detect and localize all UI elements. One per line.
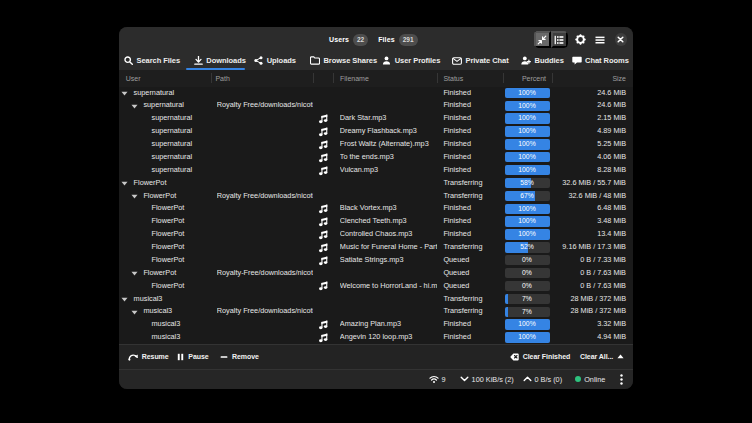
table-row[interactable]: supernaturalDreamy Flashback.mp3Finished… xyxy=(119,125,633,138)
column-header-size[interactable]: Size xyxy=(612,70,626,87)
progress-bar: 58% xyxy=(505,178,550,188)
column-separator[interactable] xyxy=(211,73,212,83)
clear-all-button[interactable]: Clear All... xyxy=(580,345,624,369)
column-header-filename[interactable]: Filename xyxy=(340,70,369,87)
progress-bar: 100% xyxy=(505,126,550,136)
column-separator[interactable] xyxy=(333,73,334,83)
cell-user: musical3 xyxy=(152,318,181,331)
table-row[interactable]: FlowerPotWelcome to HorrorLand - hi.mp3Q… xyxy=(119,280,633,293)
column-header-path[interactable]: Path xyxy=(215,70,229,87)
upload-rate: 0 B/s (0) xyxy=(535,375,563,384)
expander-icon[interactable] xyxy=(131,104,138,109)
tab-downloads[interactable]: Downloads xyxy=(194,52,246,70)
column-separator[interactable] xyxy=(437,73,438,83)
tab-user-profiles[interactable]: User Profiles xyxy=(382,52,440,70)
cell-status: Transferring xyxy=(443,190,482,203)
close-button[interactable] xyxy=(615,33,628,46)
cell-size: 13.4 MiB xyxy=(597,228,626,241)
headerbar: Users 22 Files 291 xyxy=(119,27,633,52)
cell-user: FlowerPot xyxy=(152,254,185,267)
cell-size: 4.89 MiB xyxy=(597,125,626,138)
folder-icon xyxy=(310,56,320,65)
tab-label: Chat Rooms xyxy=(585,56,629,65)
music-note-icon xyxy=(318,217,328,227)
tab-browse-shares[interactable]: Browse Shares xyxy=(310,52,377,70)
column-header-user[interactable]: User xyxy=(126,70,141,87)
dropdown-up-icon xyxy=(617,354,624,359)
download-rate-item[interactable]: 100 KiB/s (2) xyxy=(460,370,514,390)
connection-status-item[interactable]: Online xyxy=(575,370,605,390)
tab-chat-rooms[interactable]: Chat Rooms xyxy=(572,52,629,70)
cell-user: musical3 xyxy=(143,305,172,318)
remove-icon xyxy=(220,353,228,361)
column-header-status[interactable]: Status xyxy=(443,70,463,87)
expander-icon[interactable] xyxy=(121,297,128,302)
table-row[interactable]: FlowerPotClenched Teeth.mp3Finished100%3… xyxy=(119,215,633,228)
table-row[interactable]: FlowerPotControlled Chaos.mp3Finished100… xyxy=(119,228,633,241)
tab-search-files[interactable]: Search Files xyxy=(124,52,180,70)
upload-rate-item[interactable]: 0 B/s (0) xyxy=(523,370,563,390)
tab-buddies[interactable]: Buddies xyxy=(521,52,564,70)
cell-status: Finished xyxy=(443,138,471,151)
progress-label: 0% xyxy=(505,268,550,278)
cell-status: Finished xyxy=(443,112,471,125)
expander-icon[interactable] xyxy=(131,271,138,276)
person-plus-icon xyxy=(521,56,531,65)
expand-rows-toggle[interactable] xyxy=(551,31,568,48)
column-header-percent[interactable]: Percent xyxy=(522,70,546,87)
table-row[interactable]: supernaturalRoyalty Free/downloads/nicot… xyxy=(119,99,633,112)
cell-filename: Welcome to HorrorLand - hi.mp3 xyxy=(340,280,438,293)
tab-label: Private Chat xyxy=(466,56,509,65)
cell-status: Finished xyxy=(443,215,471,228)
table-row[interactable]: FlowerPotTransferring58%32.6 MiB / 55.7 … xyxy=(119,177,633,190)
table-row[interactable]: FlowerPotMusic for Funeral Home - Part 1… xyxy=(119,241,633,254)
remove-button[interactable]: Remove xyxy=(220,345,259,369)
column-separator[interactable] xyxy=(552,73,553,83)
music-note-icon xyxy=(318,281,328,291)
pause-button[interactable]: Pause xyxy=(177,345,208,369)
cell-filename: Satiate Strings.mp3 xyxy=(340,254,438,267)
expander-icon[interactable] xyxy=(131,194,138,199)
cell-status: Finished xyxy=(443,318,471,331)
table-row[interactable]: FlowerPotBlack Vortex.mp3Finished100%6.4… xyxy=(119,202,633,215)
table-row[interactable]: FlowerPotRoyalty-Free/downloads/nicotine… xyxy=(119,267,633,280)
clear-finished-button[interactable]: Clear Finished xyxy=(510,345,571,369)
downloads-table: supernaturalFinished100%24.6 MiBsupernat… xyxy=(119,87,633,345)
tab-label: Search Files xyxy=(137,56,181,65)
cell-path: Royalty Free/downloads/nicotine xyxy=(217,190,314,203)
table-row[interactable]: musical3Royalty Free/downloads/nicotineT… xyxy=(119,305,633,318)
expander-icon[interactable] xyxy=(121,181,128,186)
column-separator[interactable] xyxy=(503,73,504,83)
table-row[interactable]: supernaturalTo the ends.mp3Finished100%4… xyxy=(119,151,633,164)
table-row[interactable]: musical3Amazing Plan.mp3Finished100%3.32… xyxy=(119,318,633,331)
table-row[interactable]: FlowerPotSatiate Strings.mp3Queued0%0 B … xyxy=(119,254,633,267)
table-row[interactable]: musical3Angevin 120 loop.mp3Finished100%… xyxy=(119,331,633,344)
users-label: Users xyxy=(329,36,349,43)
expander-icon[interactable] xyxy=(121,91,128,96)
music-note-icon xyxy=(318,114,328,124)
table-row[interactable]: musical3Transferring7%28 MiB / 372 MiB xyxy=(119,293,633,306)
table-row[interactable]: supernaturalFinished100%24.6 MiB xyxy=(119,87,633,100)
cell-size: 28 MiB / 372 MiB xyxy=(570,293,626,306)
music-note-icon xyxy=(318,230,328,240)
collapse-rows-toggle[interactable] xyxy=(534,31,551,48)
resume-button[interactable]: Resume xyxy=(128,345,169,369)
main-menu-button[interactable] xyxy=(591,27,609,52)
progress-bar: 67% xyxy=(505,191,550,201)
table-row[interactable]: supernaturalDark Star.mp3Finished100%2.1… xyxy=(119,112,633,125)
cell-filename: Dreamy Flashback.mp3 xyxy=(340,125,438,138)
cell-status: Finished xyxy=(443,87,471,100)
tab-private-chat[interactable]: Private Chat xyxy=(452,52,509,70)
expander-icon[interactable] xyxy=(131,310,138,315)
column-separator[interactable] xyxy=(313,73,314,83)
tab-uploads[interactable]: Uploads xyxy=(254,52,296,70)
table-row[interactable]: FlowerPotRoyalty Free/downloads/nicotine… xyxy=(119,190,633,203)
cell-size: 24.6 MiB xyxy=(597,87,626,100)
table-row[interactable]: supernaturalFrost Waltz (Alternate).mp3F… xyxy=(119,138,633,151)
progress-label: 52% xyxy=(505,242,550,252)
cell-user: FlowerPot xyxy=(152,280,185,293)
statusbar-menu-button[interactable] xyxy=(620,370,623,390)
table-row[interactable]: supernaturalVulcan.mp3Finished100%8.28 M… xyxy=(119,164,633,177)
preferences-button[interactable] xyxy=(571,27,589,52)
connections-item[interactable]: 9 xyxy=(429,370,446,390)
